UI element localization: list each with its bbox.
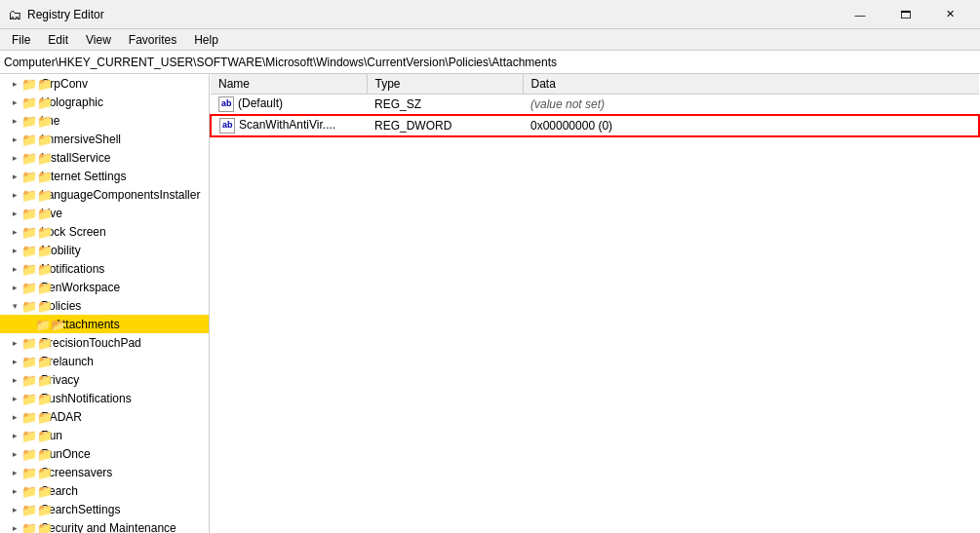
tree-item-lockscreen[interactable]: ▸📁Lock Screen <box>0 222 209 241</box>
tree-arrow-search: ▸ <box>8 484 21 498</box>
tree-item-internetsettings[interactable]: ▸📁Internet Settings <box>0 167 209 185</box>
title-text: Registry Editor <box>27 8 838 21</box>
tree-label-pushnotifications: PushNotifications <box>41 392 132 405</box>
folder-icon-internetsettings: 📁 <box>21 170 37 183</box>
tree-item-prelaunch[interactable]: ▸📁Prelaunch <box>0 352 209 370</box>
address-bar: Computer\HKEY_CURRENT_USER\SOFTWARE\Micr… <box>0 51 980 74</box>
tree-arrow-installservice: ▸ <box>8 151 21 165</box>
tree-arrow-grpconv: ▸ <box>8 77 21 91</box>
tree-item-securityandmaintenance[interactable]: ▸📁Security and Maintenance <box>0 518 209 533</box>
folder-icon-ime: 📁 <box>21 114 37 128</box>
app-icon: 🗂 <box>8 7 21 22</box>
tree-label-internetsettings: Internet Settings <box>41 170 126 183</box>
tree-item-penworkspace[interactable]: ▸📁PenWorkspace <box>0 278 209 296</box>
tree-item-mobility[interactable]: ▸📁Mobility <box>0 241 209 259</box>
folder-icon-lockscreen: 📁 <box>21 225 37 239</box>
minimize-button[interactable]: — <box>838 0 882 29</box>
right-panel: Name Type Data ab(Default)REG_SZ(value n… <box>210 74 980 533</box>
tree-item-languagecomponentsinstaller[interactable]: ▸📁LanguageComponentsInstaller <box>0 185 209 204</box>
tree-arrow-securityandmaintenance: ▸ <box>8 521 21 534</box>
tree-item-precisiontouchpad[interactable]: ▸📁PrecisionTouchPad <box>0 333 209 352</box>
tree-arrow-penworkspace: ▸ <box>8 281 21 294</box>
tree-item-immersiveshell[interactable]: ▸📁ImmersiveShell <box>0 130 209 148</box>
tree-arrow-attachments <box>21 318 35 331</box>
col-name[interactable]: Name <box>211 74 367 95</box>
folder-icon-searchsettings: 📁 <box>21 503 37 516</box>
cell-name-default: ab(Default) <box>211 95 367 116</box>
folder-icon-search: 📁 <box>21 484 37 498</box>
registry-table: Name Type Data ab(Default)REG_SZ(value n… <box>210 74 980 137</box>
title-bar: 🗂 Registry Editor — 🗖 ✕ <box>0 0 980 29</box>
reg-icon-default: ab <box>218 96 234 112</box>
tree-arrow-radar: ▸ <box>8 410 21 424</box>
tree-label-precisiontouchpad: PrecisionTouchPad <box>41 336 141 350</box>
restore-button[interactable]: 🗖 <box>882 0 927 29</box>
folder-icon-run: 📁 <box>21 429 37 442</box>
tree-item-searchsettings[interactable]: ▸📁SearchSettings <box>0 500 209 518</box>
tree-panel[interactable]: ▸📁GrpConv▸📁Holographic▸📁ime▸📁ImmersiveSh… <box>0 74 210 533</box>
tree-item-policies[interactable]: ▾📁Policies <box>0 296 209 315</box>
table-header-row: Name Type Data <box>211 74 979 95</box>
menu-item-file[interactable]: File <box>4 31 38 49</box>
tree-item-grpconv[interactable]: ▸📁GrpConv <box>0 74 209 93</box>
col-type[interactable]: Type <box>367 74 523 95</box>
tree-arrow-languagecomponentsinstaller: ▸ <box>8 188 21 202</box>
tree-arrow-pushnotifications: ▸ <box>8 392 21 405</box>
tree-item-live[interactable]: ▸📁Live <box>0 204 209 222</box>
tree-arrow-lockscreen: ▸ <box>8 225 21 239</box>
tree-arrow-prelaunch: ▸ <box>8 355 21 368</box>
folder-icon-securityandmaintenance: 📁 <box>21 521 37 534</box>
tree-label-securityandmaintenance: Security and Maintenance <box>41 521 176 534</box>
tree-arrow-live: ▸ <box>8 207 21 220</box>
tree-item-holographic[interactable]: ▸📁Holographic <box>0 93 209 111</box>
table-row-default[interactable]: ab(Default)REG_SZ(value not set) <box>211 95 979 116</box>
folder-icon-prelaunch: 📁 <box>21 355 37 368</box>
menu-bar: FileEditViewFavoritesHelp <box>0 29 980 51</box>
cell-name-text-default: (Default) <box>238 96 283 110</box>
folder-icon-runonce: 📁 <box>21 447 37 461</box>
tree-item-runonce[interactable]: ▸📁RunOnce <box>0 444 209 463</box>
tree-arrow-notifications: ▸ <box>8 262 21 276</box>
tree-arrow-runonce: ▸ <box>8 447 21 461</box>
cell-name-scanwithantivir: abScanWithAntiVir.... <box>211 115 367 136</box>
tree-items-container: ▸📁GrpConv▸📁Holographic▸📁ime▸📁ImmersiveSh… <box>0 74 209 533</box>
table-body: ab(Default)REG_SZ(value not set)abScanWi… <box>211 95 979 137</box>
tree-item-screensavers[interactable]: ▸📁Screensavers <box>0 463 209 481</box>
tree-item-run[interactable]: ▸📁Run <box>0 426 209 444</box>
table-row-scanwithantivir[interactable]: abScanWithAntiVir....REG_DWORD0x00000000… <box>211 115 979 136</box>
folder-icon-policies: 📁 <box>21 299 37 313</box>
folder-icon-penworkspace: 📁 <box>21 281 37 294</box>
folder-icon-screensavers: 📁 <box>21 466 37 479</box>
tree-item-installservice[interactable]: ▸📁InstallService <box>0 148 209 167</box>
cell-data-default: (value not set) <box>523 95 979 116</box>
folder-icon-privacy: 📁 <box>21 373 37 387</box>
tree-arrow-policies: ▾ <box>8 299 21 313</box>
tree-arrow-internetsettings: ▸ <box>8 170 21 183</box>
tree-item-radar[interactable]: ▸📁RADAR <box>0 407 209 426</box>
main-area: ▸📁GrpConv▸📁Holographic▸📁ime▸📁ImmersiveSh… <box>0 74 980 533</box>
tree-item-ime[interactable]: ▸📁ime <box>0 111 209 130</box>
tree-item-attachments[interactable]: 📂Attachments <box>0 315 209 333</box>
col-data[interactable]: Data <box>523 74 979 95</box>
tree-label-searchsettings: SearchSettings <box>41 503 120 516</box>
folder-icon-radar: 📁 <box>21 410 37 424</box>
tree-arrow-mobility: ▸ <box>8 244 21 257</box>
folder-icon-live: 📁 <box>21 207 37 220</box>
menu-item-favorites[interactable]: Favorites <box>121 31 184 49</box>
tree-item-notifications[interactable]: ▸📁Notifications <box>0 259 209 278</box>
folder-icon-holographic: 📁 <box>21 95 37 109</box>
tree-label-penworkspace: PenWorkspace <box>41 281 120 294</box>
tree-arrow-precisiontouchpad: ▸ <box>8 336 21 350</box>
tree-item-pushnotifications[interactable]: ▸📁PushNotifications <box>0 389 209 407</box>
tree-item-privacy[interactable]: ▸📁Privacy <box>0 370 209 389</box>
folder-icon-precisiontouchpad: 📁 <box>21 336 37 350</box>
close-button[interactable]: ✕ <box>927 0 972 29</box>
menu-item-view[interactable]: View <box>78 31 119 49</box>
tree-arrow-run: ▸ <box>8 429 21 442</box>
cell-type-default: REG_SZ <box>367 95 523 116</box>
menu-item-help[interactable]: Help <box>186 31 226 49</box>
menu-item-edit[interactable]: Edit <box>40 31 76 49</box>
folder-icon-immersiveshell: 📁 <box>21 133 37 146</box>
folder-icon-installservice: 📁 <box>21 151 37 165</box>
tree-item-search[interactable]: ▸📁Search <box>0 481 209 500</box>
